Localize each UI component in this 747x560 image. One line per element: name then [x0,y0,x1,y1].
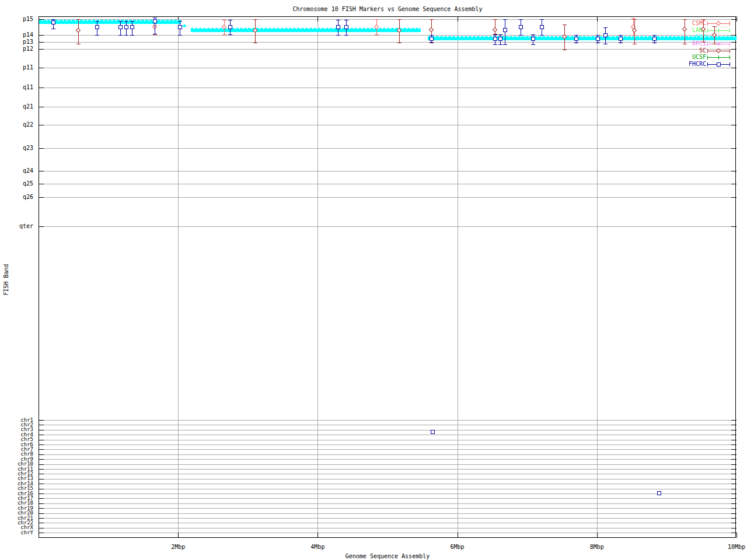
y-tick-right [731,459,736,460]
x-tick-label: 2Mbp [160,544,196,550]
errorbar-cap-bottom [683,44,687,44]
errorbar-cap-top [683,19,687,20]
errorbar-cap-bottom [563,50,567,50]
x-tick-label: 8Mbp [579,544,615,550]
y-tick-right [731,454,736,455]
y-tick-left [39,197,44,198]
errorbar-cap-top [493,34,497,35]
marker-square [503,28,507,32]
marker-square [519,25,523,29]
y-tick-right [731,440,736,440]
x-axis-title: Genome Sequence Assembly [39,553,736,559]
y-tick-left [39,513,44,514]
errorbar-cap-bottom [130,35,134,36]
errorbar-cap-bottom [124,35,128,36]
errorbar-cap-bottom [633,44,637,44]
grid-line-horizontal [39,508,736,509]
y-tick-label-band: q11 [0,84,33,90]
grid-line-horizontal [39,528,736,528]
errorbar-cap-top [375,19,379,20]
errorbar-cap-bottom [228,34,232,35]
grid-line-horizontal [39,125,736,125]
legend-sample-cap [707,42,708,46]
y-tick-right [731,484,736,484]
y-tick-right [731,171,736,172]
marker-triangle [182,24,187,27]
legend-sample-cap [707,22,708,26]
errorbar-line [685,19,685,44]
legend-sample-cap [729,29,730,33]
y-tick-right [731,148,736,149]
y-tick-right [731,107,736,107]
y-tick-left [39,435,44,435]
y-tick-left [39,449,44,450]
fish-marker-chart: Chromosome 10 FISH Markers vs Genome Seq… [0,0,747,560]
marker-square [531,37,535,41]
y-axis-title: FISH Band [3,262,9,298]
y-tick-right [731,533,736,533]
x-tick-bottom [597,533,598,538]
y-tick-label-band: p12 [0,46,33,52]
grid-line-horizontal [39,469,736,470]
grid-line-horizontal [39,484,736,484]
grid-line-horizontal [39,494,736,494]
marker-square [652,37,657,41]
y-tick-label-band: qter [0,223,33,229]
errorbar-cap-bottom [153,34,157,35]
y-tick-label-band: q26 [0,194,33,200]
errorbar-cap-bottom [253,43,257,43]
errorbar-cap-top [531,34,535,35]
y-tick-right [731,125,736,125]
y-tick-right [731,35,736,36]
grid-line-horizontal [39,88,736,88]
grid-line-horizontal [39,444,736,445]
y-tick-left [39,508,44,509]
errorbar-cap-top [540,19,544,20]
y-tick-right [731,469,736,470]
grid-line-horizontal [39,49,736,50]
errorbar-cap-bottom [375,34,379,35]
legend-item-rpci: RPCI [636,40,706,47]
errorbar-cap-bottom [701,42,706,43]
errorbar-cap-top [95,21,99,22]
marker-square [596,37,600,41]
y-tick-left [39,474,44,474]
errorbar-cap-bottom [336,35,340,36]
marker-square [124,25,128,29]
y-tick-label-band: q21 [0,103,33,110]
errorbar-cap-top [118,21,123,22]
nci-band-notches [428,36,736,37]
errorbar-cap-bottom [574,43,578,43]
errorbar-cap-top [222,20,226,20]
grid-line-horizontal [39,518,736,519]
grid-line-horizontal [39,474,736,474]
y-tick-right [731,184,736,184]
y-tick-left [39,226,44,227]
grid-line-horizontal [39,184,736,184]
grid-line-horizontal [39,459,736,460]
errorbar-cap-top [519,19,523,20]
y-tick-left [39,528,44,528]
marker-square [493,37,497,41]
y-tick-right [731,489,736,489]
grid-line-horizontal [39,425,736,425]
grid-line-horizontal [39,440,736,440]
errorbar-cap-bottom [603,44,608,44]
marker-square [430,37,434,41]
y-tick-right [731,197,736,198]
errorbar-cap-top [713,26,717,27]
marker-plus-v [718,29,719,33]
y-tick-left [39,125,44,125]
marker-square [498,37,502,41]
errorbar-cap-top [228,20,232,20]
errorbar-cap-bottom [596,43,600,43]
y-tick-left [39,430,44,430]
marker-square [540,25,544,29]
grid-line-horizontal [39,454,736,455]
y-tick-label-band: p15 [0,16,33,22]
legend-sample-cap [707,49,708,53]
chart-title: Chromosome 10 FISH Markers vs Genome Seq… [39,6,736,12]
x-tick-bottom [317,533,318,538]
y-tick-label-band: p13 [0,38,33,45]
marker-square [118,25,123,29]
